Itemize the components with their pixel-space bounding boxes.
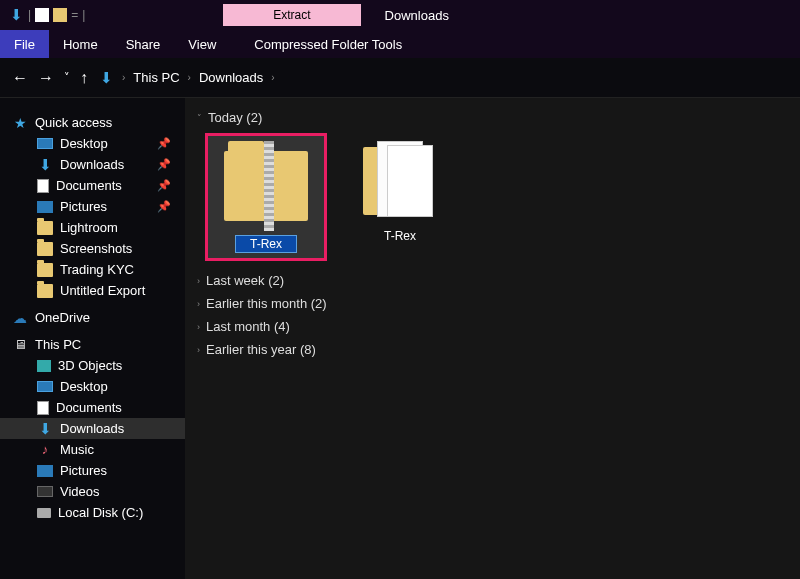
group-header-earlier-this-year[interactable]: › Earlier this year (8) bbox=[197, 338, 788, 361]
sidebar-item-desktop[interactable]: Desktop📌 bbox=[0, 133, 185, 154]
back-button[interactable]: ← bbox=[12, 69, 28, 87]
breadcrumb-segment-downloads[interactable]: Downloads bbox=[199, 70, 263, 85]
file-name-label: T-Rex bbox=[384, 229, 416, 243]
group-header-last-week[interactable]: › Last week (2) bbox=[197, 269, 788, 292]
tree-label: 3D Objects bbox=[58, 358, 122, 373]
music-icon: ♪ bbox=[37, 443, 53, 457]
tree-label: Desktop bbox=[60, 379, 108, 394]
sidebar-item-downloads[interactable]: ⬇Downloads📌 bbox=[0, 154, 185, 175]
group-label: Earlier this month (2) bbox=[206, 296, 327, 311]
file-name-editing[interactable]: T-Rex bbox=[235, 235, 297, 253]
onedrive-root[interactable]: ☁ OneDrive bbox=[0, 307, 185, 328]
open-folder-icon bbox=[355, 135, 445, 225]
sidebar-item-pc-documents[interactable]: Documents bbox=[0, 397, 185, 418]
pictures-icon bbox=[37, 465, 53, 477]
share-tab[interactable]: Share bbox=[112, 30, 175, 58]
group-header-last-month[interactable]: › Last month (4) bbox=[197, 315, 788, 338]
separator: | bbox=[28, 8, 31, 22]
chevron-right-icon[interactable]: › bbox=[122, 72, 125, 83]
sidebar-item-music[interactable]: ♪Music bbox=[0, 439, 185, 460]
window-title: Downloads bbox=[385, 8, 449, 23]
sidebar-item-documents[interactable]: Documents📌 bbox=[0, 175, 185, 196]
pin-icon: 📌 bbox=[157, 200, 179, 213]
pin-icon: 📌 bbox=[157, 137, 179, 150]
document-icon bbox=[37, 401, 49, 415]
group-header-today[interactable]: ˅ Today (2) bbox=[197, 106, 788, 129]
tree-label: Pictures bbox=[60, 199, 107, 214]
view-tab[interactable]: View bbox=[174, 30, 230, 58]
ribbon-tabs: File Home Share View Compressed Folder T… bbox=[0, 30, 800, 58]
file-item-folder-trex[interactable]: T-Rex bbox=[341, 135, 459, 259]
content-pane[interactable]: ˅ Today (2) T-Rex T-Rex › Last week (2) … bbox=[185, 98, 800, 579]
group-header-earlier-this-month[interactable]: › Earlier this month (2) bbox=[197, 292, 788, 315]
chevron-right-icon: › bbox=[197, 322, 200, 332]
items-row: T-Rex T-Rex bbox=[197, 129, 788, 269]
sidebar-item-screenshots[interactable]: Screenshots bbox=[0, 238, 185, 259]
chevron-right-icon: › bbox=[197, 345, 200, 355]
sidebar-item-pictures[interactable]: Pictures📌 bbox=[0, 196, 185, 217]
tree-label: Music bbox=[60, 442, 94, 457]
folder-icon bbox=[37, 284, 53, 298]
sidebar-item-local-disk-c[interactable]: Local Disk (C:) bbox=[0, 502, 185, 523]
desktop-icon bbox=[37, 138, 53, 149]
folder-icon bbox=[37, 242, 53, 256]
navigation-bar: ← → ˅ ↑ ⬇ › This PC › Downloads › bbox=[0, 58, 800, 98]
tree-label: OneDrive bbox=[35, 310, 90, 325]
tree-label: Downloads bbox=[60, 421, 124, 436]
chevron-right-icon: › bbox=[197, 299, 200, 309]
recent-locations-button[interactable]: ˅ bbox=[64, 71, 70, 84]
this-pc-root[interactable]: 🖥 This PC bbox=[0, 334, 185, 355]
navigation-pane[interactable]: ★ Quick access Desktop📌 ⬇Downloads📌 Docu… bbox=[0, 98, 185, 579]
breadcrumb[interactable]: ⬇ › This PC › Downloads › bbox=[98, 70, 275, 85]
up-button[interactable]: ↑ bbox=[80, 69, 88, 87]
tree-label: Untitled Export bbox=[60, 283, 145, 298]
videos-icon bbox=[37, 486, 53, 497]
chevron-right-icon[interactable]: › bbox=[271, 72, 274, 83]
chevron-down-icon: ˅ bbox=[197, 113, 202, 123]
tree-label: Videos bbox=[60, 484, 100, 499]
sidebar-item-pc-desktop[interactable]: Desktop bbox=[0, 376, 185, 397]
group-label: Earlier this year (8) bbox=[206, 342, 316, 357]
file-item-zip-trex[interactable]: T-Rex bbox=[207, 135, 325, 259]
sidebar-item-videos[interactable]: Videos bbox=[0, 481, 185, 502]
file-menu[interactable]: File bbox=[0, 30, 49, 58]
quick-access-root[interactable]: ★ Quick access bbox=[0, 112, 185, 133]
folder-icon bbox=[37, 221, 53, 235]
tree-label: This PC bbox=[35, 337, 81, 352]
chevron-right-icon[interactable]: › bbox=[188, 72, 191, 83]
download-icon: ⬇ bbox=[37, 158, 53, 172]
tree-label: Documents bbox=[56, 178, 122, 193]
sidebar-item-pc-pictures[interactable]: Pictures bbox=[0, 460, 185, 481]
new-folder-icon[interactable] bbox=[53, 8, 67, 22]
quick-access-toolbar: ⬇ | = | bbox=[0, 8, 93, 22]
sidebar-item-lightroom[interactable]: Lightroom bbox=[0, 217, 185, 238]
document-icon bbox=[37, 179, 49, 193]
tree-label: Screenshots bbox=[60, 241, 132, 256]
pc-icon: 🖥 bbox=[12, 338, 28, 352]
pin-icon: 📌 bbox=[157, 179, 179, 192]
tree-label: Pictures bbox=[60, 463, 107, 478]
tree-label: Lightroom bbox=[60, 220, 118, 235]
home-tab[interactable]: Home bbox=[49, 30, 112, 58]
sidebar-item-untitled-export[interactable]: Untitled Export bbox=[0, 280, 185, 301]
compressed-folder-tools-tab[interactable]: Compressed Folder Tools bbox=[240, 30, 416, 58]
sidebar-item-3d-objects[interactable]: 3D Objects bbox=[0, 355, 185, 376]
breadcrumb-segment-this-pc[interactable]: This PC bbox=[133, 70, 179, 85]
sidebar-item-trading-kyc[interactable]: Trading KYC bbox=[0, 259, 185, 280]
app-icon: ⬇ bbox=[8, 8, 24, 22]
tree-label: Desktop bbox=[60, 136, 108, 151]
download-icon: ⬇ bbox=[37, 422, 53, 436]
group-label: Last month (4) bbox=[206, 319, 290, 334]
titlebar: ⬇ | = | Extract Downloads bbox=[0, 0, 800, 30]
forward-button[interactable]: → bbox=[38, 69, 54, 87]
contextual-tab-extract[interactable]: Extract bbox=[223, 4, 360, 26]
tree-label: Trading KYC bbox=[60, 262, 134, 277]
properties-icon[interactable] bbox=[35, 8, 49, 22]
tree-label: Downloads bbox=[60, 157, 124, 172]
desktop-icon bbox=[37, 381, 53, 392]
disk-icon bbox=[37, 508, 51, 518]
separator: | bbox=[82, 8, 85, 22]
folder-icon bbox=[37, 263, 53, 277]
star-icon: ★ bbox=[12, 116, 28, 130]
sidebar-item-pc-downloads[interactable]: ⬇Downloads bbox=[0, 418, 185, 439]
